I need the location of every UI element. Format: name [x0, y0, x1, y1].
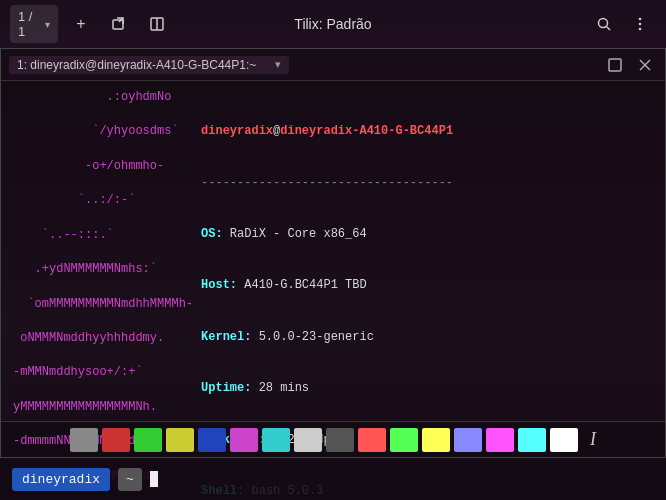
bottom-bar: dineyradix ~	[0, 458, 666, 500]
sysinfo-user-host: dineyradix@dineyradix-A410-G-BC44P1	[201, 123, 653, 140]
ascii-line-5: `..--:::.`	[13, 227, 193, 244]
menu-button[interactable]	[624, 8, 656, 40]
titlebar: 1 / 1 ▾ + Tilix: Padrão	[0, 0, 666, 48]
svg-point-4	[599, 19, 608, 28]
terminal-cursor	[150, 471, 158, 487]
ascii-art: .:oyhdmNo `/yhyoosdms` -o+/ohmmho- `..:/…	[1, 81, 197, 421]
split-icon	[149, 16, 165, 32]
tab-count-label: 1 / 1	[18, 9, 41, 39]
svg-point-8	[639, 28, 642, 31]
swatch-bright-blue[interactable]	[454, 428, 482, 452]
terminal-tab[interactable]: 1: dineyradix@dineyradix-A410-G-BC44P1:~…	[9, 56, 289, 74]
swatch-dark-gray[interactable]	[326, 428, 354, 452]
ascii-line-9: -mMMNmddhysoo+/:+`	[13, 364, 193, 381]
ascii-line-4: `..:/:-`	[13, 192, 193, 209]
ascii-line-1: .:oyhdmNo	[13, 89, 193, 106]
user-badge: dineyradix	[12, 468, 110, 491]
search-icon	[596, 16, 612, 32]
restore-button[interactable]	[603, 53, 627, 77]
svg-point-7	[639, 23, 642, 26]
terminal-tab-dropdown[interactable]: ▾	[275, 58, 281, 71]
terminal-tab-actions	[603, 53, 657, 77]
detach-icon	[111, 16, 127, 32]
svg-point-6	[639, 18, 642, 21]
sysinfo-os: OS: RaDiX - Core x86_64	[201, 226, 653, 243]
terminal-window: 1: dineyradix@dineyradix-A410-G-BC44P1:~…	[0, 48, 666, 458]
sysinfo-host: Host: A410-G.BC44P1 TBD	[201, 277, 653, 294]
titlebar-left: 1 / 1 ▾ +	[10, 5, 172, 43]
svg-rect-9	[609, 59, 621, 71]
hostname-label: dineyradix-A410-G-BC44P1	[280, 124, 453, 138]
close-button[interactable]	[633, 53, 657, 77]
tab-counter[interactable]: 1 / 1 ▾	[10, 5, 58, 43]
terminal-tabbar: 1: dineyradix@dineyradix-A410-G-BC44P1:~…	[1, 49, 665, 81]
swatch-white[interactable]	[550, 428, 578, 452]
swatch-light-gray[interactable]	[294, 428, 322, 452]
swatch-blue[interactable]	[198, 428, 226, 452]
tab-dropdown-icon[interactable]: ▾	[45, 19, 50, 30]
swatch-cyan[interactable]	[262, 428, 290, 452]
swatch-bright-yellow[interactable]	[422, 428, 450, 452]
svg-line-5	[607, 27, 611, 31]
username-label: dineyradix	[201, 124, 273, 138]
ascii-line-8: oNMMMNmddhyyhhhddmy.	[13, 330, 193, 347]
terminal-tab-label: 1: dineyradix@dineyradix-A410-G-BC44P1:~	[17, 58, 256, 72]
ascii-line-10: yMMMMMMMMMMMMMMMMNh.	[13, 399, 193, 416]
ascii-line-7: `omMMMMMMMMMNmdhhMMMMh-	[13, 296, 193, 313]
swatch-red[interactable]	[102, 428, 130, 452]
restore-icon	[608, 58, 622, 72]
titlebar-right	[495, 8, 657, 40]
cursor-indicator: I	[590, 429, 596, 450]
swatch-green[interactable]	[134, 428, 162, 452]
swatch-magenta[interactable]	[230, 428, 258, 452]
swatch-bright-red[interactable]	[358, 428, 386, 452]
add-tab-button[interactable]: +	[66, 8, 96, 40]
window-title: Tilix: Padrão	[172, 16, 495, 32]
close-icon	[638, 58, 652, 72]
search-button[interactable]	[588, 8, 620, 40]
ascii-line-3: -o+/ohmmho-	[13, 158, 193, 175]
ascii-line-2: `/yhyoosdms`	[13, 123, 193, 140]
terminal-content: .:oyhdmNo `/yhyoosdms` -o+/ohmmho- `..:/…	[1, 81, 665, 421]
ascii-line-6: .+ydNMMMMMMNmhs:`	[13, 261, 193, 278]
split-button[interactable]	[142, 8, 172, 40]
directory-badge: ~	[118, 468, 142, 491]
sysinfo-separator: -----------------------------------	[201, 175, 653, 192]
sysinfo: dineyradix@dineyradix-A410-G-BC44P1 ----…	[197, 81, 665, 421]
swatch-yellow[interactable]	[166, 428, 194, 452]
swatch-bright-cyan[interactable]	[518, 428, 546, 452]
menu-icon	[632, 16, 648, 32]
sysinfo-uptime: Uptime: 28 mins	[201, 380, 653, 397]
svg-rect-0	[113, 20, 123, 29]
swatch-gray[interactable]	[70, 428, 98, 452]
detach-button[interactable]	[104, 8, 134, 40]
sysinfo-kernel: Kernel: 5.0.0-23-generic	[201, 329, 653, 346]
swatch-bright-green[interactable]	[390, 428, 418, 452]
swatch-bright-magenta[interactable]	[486, 428, 514, 452]
